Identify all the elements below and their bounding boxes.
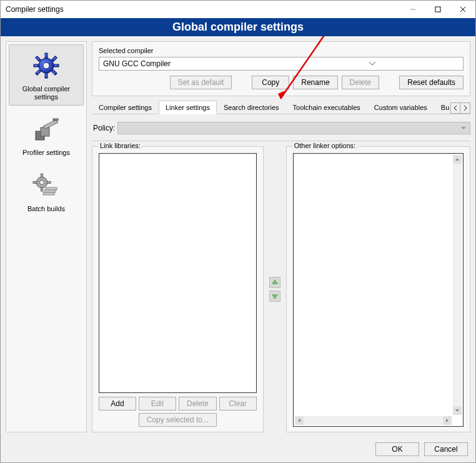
batch-icon [11, 169, 82, 202]
minimize-button[interactable] [400, 1, 425, 18]
add-button[interactable]: Add [99, 397, 136, 411]
svg-rect-18 [41, 174, 43, 177]
gear-icon [11, 49, 82, 82]
reorder-controls [269, 146, 281, 432]
reset-defaults-button[interactable]: Reset defaults [399, 76, 464, 89]
svg-rect-12 [36, 70, 41, 75]
svg-rect-15 [41, 127, 49, 136]
compiler-select-value: GNU GCC Compiler [99, 59, 281, 68]
selected-compiler-label: Selected compiler [99, 47, 464, 54]
other-linker-group: Other linker options: [286, 146, 470, 432]
svg-rect-6 [45, 73, 47, 78]
svg-point-13 [43, 62, 49, 69]
selected-compiler-group: Selected compiler GNU GCC Compiler Set a… [92, 41, 470, 96]
sidebar-item-label: Global compiler settings [11, 85, 82, 101]
other-linker-legend: Other linker options: [292, 142, 358, 149]
dialog-footer: OK Cancel [1, 437, 475, 462]
svg-rect-1 [435, 7, 440, 12]
tab-bar: Compiler settings Linker settings Search… [92, 100, 470, 114]
rename-button[interactable]: Rename [293, 76, 337, 89]
svg-rect-25 [43, 192, 54, 195]
svg-rect-16 [53, 119, 58, 121]
svg-rect-8 [54, 64, 59, 67]
cancel-button[interactable]: Cancel [424, 442, 468, 456]
link-libraries-group: Link libraries: Add Edit Delete Clear Co… [92, 146, 264, 432]
profiler-icon [11, 112, 82, 146]
maximize-button[interactable] [425, 1, 450, 18]
move-down-button[interactable] [269, 291, 280, 302]
copy-selected-button[interactable]: Copy selected to... [139, 413, 217, 427]
policy-select[interactable] [117, 122, 470, 134]
svg-point-22 [40, 180, 44, 184]
compiler-select[interactable]: GNU GCC Compiler [99, 57, 464, 71]
svg-rect-21 [47, 181, 51, 183]
titlebar: Compiler settings [1, 1, 475, 18]
scroll-right-icon[interactable] [443, 416, 452, 425]
compiler-settings-window: Compiler settings Global compiler settin… [0, 0, 476, 463]
edit-button[interactable]: Edit [139, 397, 176, 411]
policy-label: Policy: [92, 124, 115, 132]
sidebar-item-label: Profiler settings [11, 149, 82, 157]
vertical-scrollbar[interactable] [453, 155, 462, 415]
clear-button[interactable]: Clear [219, 397, 257, 411]
tab-build-options[interactable]: Build [434, 101, 450, 114]
link-libraries-list[interactable] [99, 153, 257, 393]
scroll-left-icon[interactable] [295, 416, 304, 425]
other-linker-textarea[interactable] [293, 153, 464, 427]
svg-rect-7 [34, 64, 39, 67]
horizontal-scrollbar[interactable] [295, 416, 452, 425]
sidebar-item-batch-builds[interactable]: Batch builds [9, 164, 84, 217]
tab-linker-settings[interactable]: Linker settings [159, 101, 217, 114]
link-libraries-legend: Link libraries: [97, 142, 143, 149]
sidebar-item-global-compiler[interactable]: Global compiler settings [9, 44, 84, 106]
delete-lib-button[interactable]: Delete [179, 397, 217, 411]
sidebar-item-label: Batch builds [11, 205, 82, 213]
tab-scroll-left-button[interactable] [450, 102, 460, 114]
tab-search-directories[interactable]: Search directories [217, 101, 286, 114]
tab-scroll-right-button[interactable] [460, 102, 470, 114]
scroll-down-icon[interactable] [453, 406, 462, 415]
copy-button[interactable]: Copy [252, 76, 289, 89]
ok-button[interactable]: OK [375, 442, 419, 456]
svg-rect-19 [41, 187, 43, 191]
tab-compiler-settings[interactable]: Compiler settings [92, 101, 159, 114]
window-title: Compiler settings [6, 5, 400, 14]
tab-toolchain-executables[interactable]: Toolchain executables [286, 101, 367, 114]
sidebar-item-profiler[interactable]: Profiler settings [9, 108, 84, 161]
set-default-button[interactable]: Set as default [170, 76, 232, 89]
tab-custom-variables[interactable]: Custom variables [367, 101, 434, 114]
close-button[interactable] [450, 1, 475, 18]
page-title: Global compiler settings [1, 18, 475, 36]
svg-rect-10 [52, 70, 57, 75]
svg-rect-9 [36, 56, 41, 61]
svg-rect-23 [46, 187, 57, 190]
svg-rect-11 [52, 56, 57, 61]
svg-rect-20 [33, 181, 37, 183]
svg-rect-24 [44, 190, 56, 192]
chevron-down-icon [281, 62, 463, 66]
scroll-up-icon[interactable] [453, 155, 462, 164]
sidebar: Global compiler settings Profiler settin… [6, 41, 87, 432]
move-up-button[interactable] [269, 277, 280, 288]
svg-rect-5 [45, 53, 47, 58]
delete-button[interactable]: Delete [342, 76, 380, 89]
